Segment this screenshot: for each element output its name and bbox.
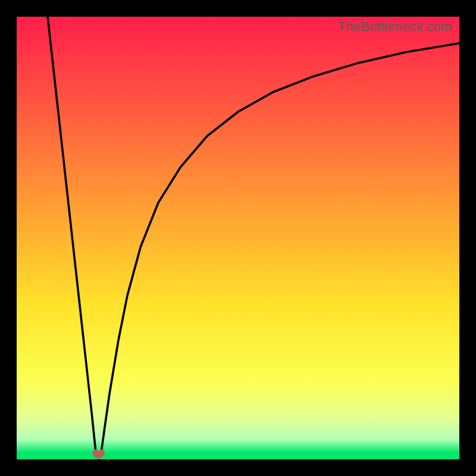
watermark-text: TheBottleneck.com xyxy=(338,19,452,35)
chart-svg xyxy=(17,17,459,459)
chart-frame: TheBottleneck.com xyxy=(17,17,459,459)
gradient-background xyxy=(17,17,459,459)
